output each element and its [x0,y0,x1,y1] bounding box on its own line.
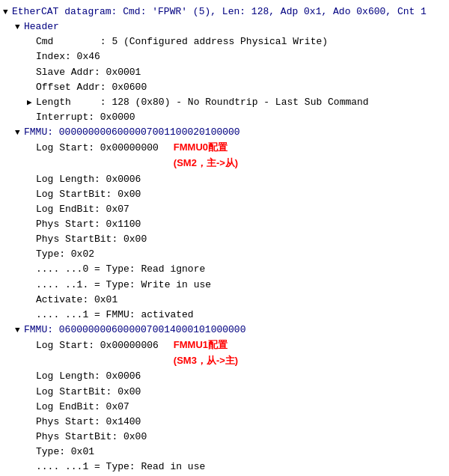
cmd-line: Cmd : 5 (Configured address Physical Wri… [3,34,446,49]
header-toggle[interactable] [15,21,24,34]
fmmu0-log-startbit-text: Log StartBit: 0x00 [36,187,141,202]
fmmu0-comment: FMMU0配置 (SM2，主->从) [174,140,238,171]
length-toggle[interactable] [27,97,36,109]
ethercat-datagram-line: EtherCAT datagram: Cmd: 'FPWR' (5), Len:… [3,4,446,19]
fmmu1-phys-start-line: Phys Start: 0x1400 [3,415,446,430]
fmmu1-comment: FMMU1配置 (SM3，从->主) [174,338,238,369]
fmmu0-type-read-line: .... ...0 = Type: Read ignore [3,262,446,277]
fmmu1-section-line: FMMU: 06000000060000070014000101000000 [3,323,446,338]
fmmu1-log-start-line: Log Start: 0x00000006 FMMU1配置 (SM3，从->主) [3,338,446,369]
header-label: Header [24,19,59,34]
fmmu0-phys-start-text: Phys Start: 0x1100 [36,217,141,232]
slave-addr-line: Slave Addr: 0x0001 [3,65,446,80]
fmmu1-comment-line2: (SM3，从->主) [174,355,238,366]
offset-addr-line: Offset Addr: 0x0600 [3,80,446,95]
fmmu1-log-endbit-text: Log EndBit: 0x07 [36,400,129,415]
ethercat-datagram-label: EtherCAT datagram: Cmd: 'FPWR' (5), Len:… [12,4,427,19]
fmmu1-toggle[interactable] [15,324,24,337]
fmmu1-log-endbit-line: Log EndBit: 0x07 [3,400,446,415]
cmd-text: Cmd : 5 (Configured address Physical Wri… [36,34,328,49]
fmmu0-activate-text: Activate: 0x01 [36,293,117,308]
fmmu0-toggle[interactable] [15,126,24,139]
fmmu1-header-text: FMMU: 06000000060000070014000101000000 [24,323,245,338]
fmmu0-log-startbit-line: Log StartBit: 0x00 [3,187,446,202]
fmmu0-log-len-line: Log Length: 0x0006 [3,172,446,187]
index-line: Index: 0x46 [3,49,446,64]
fmmu1-type-read-line: .... ...1 = Type: Read in use [3,460,446,475]
fmmu0-activate-line: Activate: 0x01 [3,293,446,308]
fmmu0-type-text: Type: 0x02 [36,247,94,262]
fmmu0-activate-val-text: .... ...1 = FMMU: activated [36,308,194,323]
fmmu0-phys-startbit-line: Phys StartBit: 0x00 [3,232,446,247]
fmmu0-type-write-line: .... ..1. = Type: Write in use [3,278,446,293]
fmmu1-comment-line1: FMMU1配置 [174,339,227,350]
fmmu0-section-line: FMMU: 0000000006000007001100020100000 [3,125,446,140]
fmmu0-comment-line2: (SM2，主->从) [174,157,238,168]
fmmu0-type-write-text: .... ..1. = Type: Write in use [36,278,211,293]
fmmu1-log-start-text: Log Start: 0x00000006 [36,338,159,353]
fmmu0-log-len-text: Log Length: 0x0006 [36,172,141,187]
fmmu1-log-len-line: Log Length: 0x0006 [3,369,446,384]
length-text: Length : 128 (0x80) - No Roundtrip - Las… [36,95,369,110]
interrupt-line: Interrupt: 0x0000 [3,110,446,125]
slave-addr-text: Slave Addr: 0x0001 [36,65,141,80]
fmmu1-type-read-text: .... ...1 = Type: Read in use [36,460,205,475]
length-line: Length : 128 (0x80) - No Roundtrip - Las… [3,95,446,110]
fmmu0-log-start-line: Log Start: 0x00000000 FMMU0配置 (SM2，主->从) [3,140,446,171]
fmmu0-phys-startbit-text: Phys StartBit: 0x00 [36,232,147,247]
fmmu1-phys-startbit-text: Phys StartBit: 0x00 [36,430,147,445]
fmmu0-comment-line1: FMMU0配置 [174,141,227,153]
fmmu0-phys-start-line: Phys Start: 0x1100 [3,217,446,232]
fmmu1-phys-start-text: Phys Start: 0x1400 [36,415,141,430]
fmmu1-log-startbit-line: Log StartBit: 0x00 [3,385,446,400]
fmmu0-log-endbit-text: Log EndBit: 0x07 [36,202,129,217]
fmmu0-header-text: FMMU: 0000000006000007001100020100000 [24,125,240,140]
fmmu0-type-read-text: .... ...0 = Type: Read ignore [36,262,205,277]
fmmu0-type-line: Type: 0x02 [3,247,446,262]
fmmu0-activate-val-line: .... ...1 = FMMU: activated [3,308,446,323]
header-section-line: Header [3,19,446,34]
fmmu0-log-endbit-line: Log EndBit: 0x07 [3,202,446,217]
fmmu1-log-len-text: Log Length: 0x0006 [36,369,141,384]
fmmu1-type-text: Type: 0x01 [36,445,94,460]
interrupt-text: Interrupt: 0x0000 [36,110,135,125]
index-text: Index: 0x46 [36,49,100,64]
offset-addr-text: Offset Addr: 0x0600 [36,80,147,95]
fmmu1-type-line: Type: 0x01 [3,445,446,460]
fmmu0-log-start-text: Log Start: 0x00000000 [36,141,159,156]
packet-view: EtherCAT datagram: Cmd: 'FPWR' (5), Len:… [0,0,449,476]
fmmu1-log-startbit-text: Log StartBit: 0x00 [36,385,141,400]
ethercat-datagram-toggle[interactable] [3,6,12,19]
fmmu1-phys-startbit-line: Phys StartBit: 0x00 [3,430,446,445]
